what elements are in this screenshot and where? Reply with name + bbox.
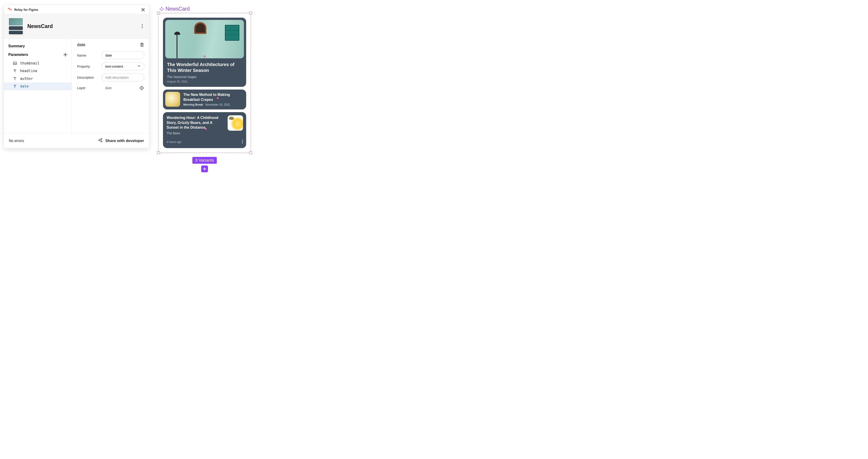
component-set-icon [160, 7, 164, 11]
label-description: Description [77, 75, 99, 79]
card-author: The Bees [166, 131, 224, 135]
svg-point-8 [101, 139, 102, 140]
plugin-title: Relay for Figma [14, 8, 38, 11]
svg-point-16 [242, 143, 243, 143]
panel-footer: No errors Share with developer [4, 133, 149, 148]
card-more-button[interactable] [242, 140, 243, 145]
svg-point-2 [142, 27, 143, 28]
param-label: thumbnail [20, 61, 39, 65]
label-property: Property [77, 64, 99, 68]
sidebar-parameters-heading: Parameters [8, 53, 28, 57]
detail-pane: date Name Property text-content [72, 39, 149, 133]
label-layer: Layer [77, 86, 99, 90]
component-title: NewsCard [27, 23, 53, 29]
delete-parameter-button[interactable] [140, 42, 145, 47]
frame-name: NewsCard [165, 6, 190, 12]
relay-logo-icon [7, 8, 12, 11]
target-layer-button[interactable] [139, 85, 145, 91]
svg-rect-12 [160, 8, 161, 10]
param-author[interactable]: author [4, 75, 71, 83]
svg-rect-3 [13, 62, 17, 65]
card-date: August 25, 2021 [167, 80, 242, 83]
card-author: The Seasonal Sagas [167, 75, 242, 79]
anchor-dot-icon [204, 56, 206, 57]
card-date: November 10, 2021 [206, 103, 230, 106]
text-icon [13, 69, 17, 73]
sidebar-summary[interactable]: Summary [4, 41, 71, 50]
resize-handle[interactable] [157, 151, 160, 154]
svg-point-4 [14, 63, 15, 63]
text-icon [13, 76, 17, 81]
share-with-developer-button[interactable]: Share with developer [98, 138, 144, 144]
svg-rect-10 [161, 7, 162, 8]
svg-point-7 [99, 140, 100, 141]
panel-titlebar: Relay for Figma [4, 5, 149, 14]
add-parameter-button[interactable] [63, 52, 68, 57]
param-label: date [20, 84, 29, 88]
description-input[interactable] [101, 73, 145, 82]
card-headline: The New Method to Making Breakfast Crepe… [183, 92, 243, 102]
card-author: Morning Break [183, 103, 203, 106]
card-date: 4 hours ago [166, 141, 182, 144]
param-date[interactable]: date [4, 83, 71, 90]
svg-point-15 [242, 141, 243, 142]
layer-value: date [101, 85, 136, 91]
svg-point-6 [141, 88, 142, 88]
component-selection-frame[interactable]: The Wonderful Architectures of This Wint… [158, 13, 251, 153]
frame-label[interactable]: NewsCard [160, 6, 251, 12]
svg-point-0 [142, 24, 143, 25]
property-value: text-content [105, 64, 123, 68]
close-button[interactable] [141, 7, 145, 12]
more-options-button[interactable] [140, 24, 145, 29]
anchor-dot-icon [205, 128, 207, 130]
share-label: Share with developer [105, 139, 144, 143]
newscard-variant-hero[interactable]: The Wonderful Architectures of This Wint… [163, 18, 246, 87]
card-thumbnail [228, 115, 243, 131]
resize-handle[interactable] [157, 12, 160, 14]
image-icon [13, 61, 17, 65]
svg-point-9 [101, 141, 102, 142]
relay-panel: Relay for Figma NewsCard Summary Paramet… [4, 5, 149, 148]
component-header: NewsCard [4, 14, 149, 39]
label-name: Name [77, 53, 99, 57]
card-headline: Wondering Hour: A Childhood Story, Grizz… [166, 115, 224, 130]
figma-canvas: NewsCard The Wonderful Architectures of … [158, 6, 251, 172]
resize-handle[interactable] [249, 151, 252, 154]
param-headline[interactable]: headline [4, 67, 71, 75]
card-headline: The Wonderful Architectures of This Wint… [167, 61, 242, 73]
card-thumbnail [165, 92, 180, 107]
detail-title: date [77, 42, 86, 47]
anchor-dot-icon [217, 97, 219, 99]
param-thumbnail[interactable]: thumbnail [4, 59, 71, 67]
parameters-list: thumbnail headline author [4, 59, 71, 90]
text-icon [13, 84, 17, 88]
newscard-variant-row[interactable]: The New Method to Making Breakfast Crepe… [163, 90, 246, 110]
variants-count-badge: 3 Variants [192, 157, 217, 164]
name-field[interactable] [105, 53, 141, 57]
chevron-down-icon [137, 64, 141, 68]
param-label: author [20, 76, 33, 81]
component-thumbnail [8, 17, 24, 35]
resize-handle[interactable] [249, 12, 252, 14]
sidebar: Summary Parameters thumbnail [4, 39, 72, 133]
share-icon [98, 138, 103, 144]
svg-point-14 [242, 140, 243, 141]
add-variant-button[interactable] [201, 165, 208, 172]
description-field[interactable] [105, 75, 141, 79]
status-text: No errors [9, 139, 24, 143]
svg-point-1 [142, 26, 143, 27]
card-thumbnail [165, 20, 244, 58]
svg-rect-13 [162, 8, 164, 10]
svg-rect-11 [161, 10, 162, 11]
newscard-variant-audio[interactable]: Wondering Hour: A Childhood Story, Grizz… [163, 112, 246, 148]
property-select[interactable]: text-content [101, 62, 145, 70]
param-label: headline [20, 69, 37, 73]
name-input[interactable] [101, 51, 145, 59]
